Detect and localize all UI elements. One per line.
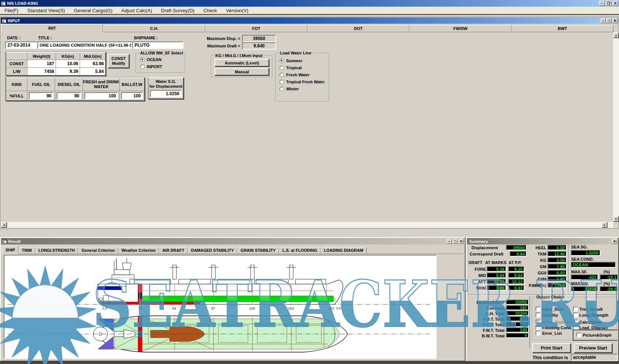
svg-text:A.P: A.P xyxy=(102,306,107,310)
max-sf-value: -421 xyxy=(571,274,598,280)
tropical-radio[interactable] xyxy=(279,66,284,70)
tab-weather-criterion[interactable]: Weather Criterion xyxy=(118,247,159,254)
input-titlebar: INPUT – □ ✕ xyxy=(1,17,618,24)
tab-fwdw[interactable]: FW/DW xyxy=(409,25,511,32)
ballast-input[interactable]: 100 xyxy=(121,92,143,99)
scroll-right-button[interactable]: ► xyxy=(602,222,608,228)
print-start-button[interactable]: Print Start xyxy=(532,343,571,353)
tropical-fresh-water-radio[interactable] xyxy=(279,80,284,84)
ocean-radio[interactable] xyxy=(140,57,145,62)
scroll-down-button[interactable]: ▼ xyxy=(613,216,619,222)
tab-damaged-stability[interactable]: DAMAGED STABILITY xyxy=(188,247,237,254)
tab-fot[interactable]: FOT xyxy=(205,25,307,32)
menu-general-cargo[interactable]: General Cargo(G) xyxy=(69,8,117,13)
constant-label: Constant xyxy=(467,306,504,310)
tab-init[interactable]: INIT xyxy=(1,24,103,32)
fot-total-label: F.O.T. Total xyxy=(467,317,504,321)
calculation-checkbox[interactable] xyxy=(573,320,578,324)
summary-title: Summary xyxy=(469,239,488,244)
minimize-button[interactable]: – xyxy=(599,1,605,6)
summer-radio[interactable] xyxy=(279,59,284,63)
longi-strength-checkbox[interactable] xyxy=(573,313,578,317)
svg-text:97: 97 xyxy=(211,306,215,310)
heel-label: HEEL xyxy=(519,246,546,250)
tkm-value: 12.40 xyxy=(547,251,567,257)
fresh-water-radio[interactable] xyxy=(279,73,284,77)
tab-air-draft[interactable]: AIR DRAFT xyxy=(159,247,188,254)
input-vscrollbar[interactable]: ▲ ▼ xyxy=(613,32,619,222)
inport-radio[interactable] xyxy=(140,64,145,69)
const-modify-button[interactable]: CONST Modify xyxy=(108,54,129,68)
water-sg-input[interactable]: 1.0250 xyxy=(150,90,182,97)
menu-standard-view[interactable]: Standard View(S) xyxy=(23,8,70,13)
input-close-button[interactable]: ✕ xyxy=(612,18,618,23)
tab-loading-diagram[interactable]: LOADING DIAGRAM xyxy=(321,247,367,254)
tab-ls-at-flooding[interactable]: L.S. at FLOODING xyxy=(279,247,321,254)
tab-longi-strength[interactable]: LONGI.STRENGTH xyxy=(35,247,78,254)
menu-check[interactable]: Check xyxy=(199,8,222,13)
summary-close-button[interactable]: ✕ xyxy=(612,239,617,244)
automatic-level-button[interactable]: Automatic (Level) xyxy=(215,59,269,67)
manual-button[interactable]: Manual xyxy=(215,68,269,76)
max-bm-value: -11274 xyxy=(571,286,598,292)
restore-button[interactable]: ❐ xyxy=(606,1,612,6)
svg-text:163: 163 xyxy=(288,306,294,310)
ch-total-value: 31204 xyxy=(506,311,529,316)
input-content: DATE : TITLE : SHIPNAME : 27-03-2014 ORE… xyxy=(1,32,613,222)
menu-draft-survey[interactable]: Draft Survey(D) xyxy=(156,8,199,13)
const-midg: 63.98 xyxy=(80,60,105,67)
tropical-label: Tropical xyxy=(286,66,302,70)
svg-text:130: 130 xyxy=(249,306,255,310)
error-list-checkbox[interactable] xyxy=(536,331,540,335)
fresh-water-input[interactable]: 100 xyxy=(85,92,118,99)
tab-general-criterion[interactable]: General Criterion xyxy=(78,247,118,254)
result-maximize-button[interactable]: □ xyxy=(453,239,458,244)
shipname-input[interactable]: PLUTO xyxy=(132,41,183,49)
preview-start-button[interactable]: Preview Start xyxy=(574,343,612,353)
error-list-label: Error_List xyxy=(542,331,562,335)
trim-result-checkbox[interactable] xyxy=(573,307,578,311)
menu-adjust-calc[interactable]: Adjust Calc(A) xyxy=(117,8,156,13)
inport-label: INPORT xyxy=(147,64,162,69)
result-minimize-button[interactable]: – xyxy=(447,239,452,244)
const-kg: 10.06 xyxy=(56,60,80,67)
input-maximize-button[interactable]: □ xyxy=(606,18,612,23)
picture-graph-checkbox[interactable] xyxy=(576,333,581,337)
application-window: NIS LOAD-KING – ❐ ✕ File(F) Standard Vie… xyxy=(0,0,619,364)
input-hscrollbar[interactable]: ◄ ► xyxy=(1,222,613,228)
main-title: NIS LOAD-KING xyxy=(7,1,38,6)
bwt-total-value: 0 xyxy=(506,333,529,338)
scroll-left-button[interactable]: ◄ xyxy=(1,222,7,228)
tab-bwt[interactable]: BWT xyxy=(512,25,613,32)
fuel-oil-input[interactable]: 90 xyxy=(29,92,53,99)
ship-view-canvas: A.P 34 64 97 130 163 193 F.P. xyxy=(4,255,437,359)
scroll-up-button[interactable]: ▲ xyxy=(613,32,619,38)
date-input[interactable]: 27-03-2014 xyxy=(5,41,37,49)
winter-radio[interactable] xyxy=(279,87,284,91)
flooding-cond-checkbox[interactable] xyxy=(536,325,540,330)
max-bm-label: MAX.BM. xyxy=(571,281,589,286)
tab-ch[interactable]: C.H. xyxy=(103,25,205,32)
tab-dot[interactable]: DOT xyxy=(307,25,409,32)
input-window: INPUT – □ ✕ INIT C.H. FOT DOT FW/DW BWT … xyxy=(0,17,619,229)
tab-grain-stability[interactable]: GRAIN STABILITY xyxy=(237,247,279,254)
const-header-weight: Weight(t) xyxy=(27,53,56,60)
close-button[interactable]: ✕ xyxy=(612,1,618,6)
pimm-value: 139.0 xyxy=(547,283,567,288)
deadweight-value: 32092 xyxy=(506,300,529,305)
menu-version[interactable]: Version(V) xyxy=(221,8,253,13)
result-close-button[interactable]: ✕ xyxy=(459,239,464,244)
allow-bm-groupbox: ALLOW BM_SF Select OCEAN INPORT xyxy=(136,53,186,73)
menu-file[interactable]: File(F) xyxy=(0,8,23,13)
tab-trim[interactable]: TRIM xyxy=(19,247,35,254)
max-bm-pct-value: -28.2 xyxy=(600,286,618,292)
grain-stability-checkbox xyxy=(536,320,540,324)
max-disp-value: 39550 xyxy=(242,35,276,42)
aft-marks: 10.07 xyxy=(487,279,506,284)
input-data-checkbox[interactable] xyxy=(536,307,540,311)
input-minimize-button[interactable]: – xyxy=(600,18,606,23)
diesel-oil-input[interactable]: 90 xyxy=(57,92,81,99)
stability-checkbox[interactable] xyxy=(536,313,540,317)
tab-ship[interactable]: SHIP xyxy=(2,246,19,254)
title-input[interactable]: ORE LOADING CONDITION HALF (SF=11.96 CF/… xyxy=(37,41,132,49)
